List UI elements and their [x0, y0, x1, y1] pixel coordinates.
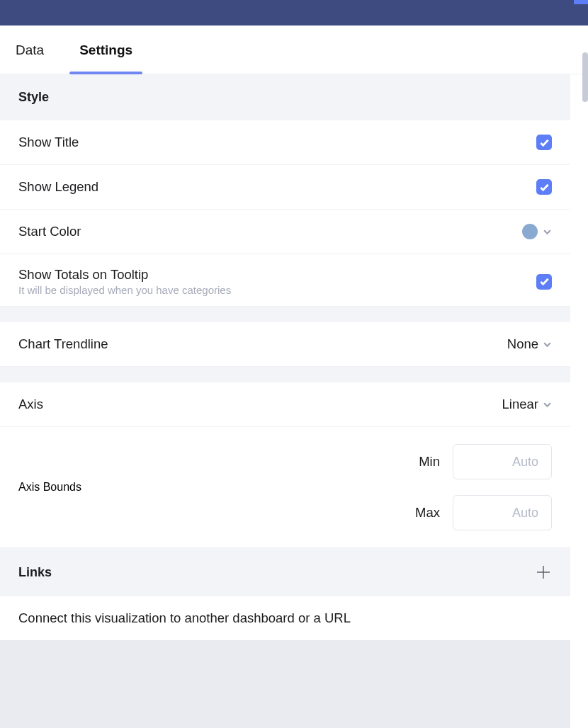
app-top-bar	[0, 0, 588, 25]
input-axis-max[interactable]	[453, 495, 552, 530]
settings-panel: Style Show Title Show Legend Start Color…	[0, 74, 570, 640]
label-max: Max	[415, 505, 440, 521]
sidebar-panel: Data Settings Style Show Title Show Lege…	[0, 25, 588, 728]
row-chart-trendline: Chart Trendline None	[0, 322, 570, 367]
tab-data[interactable]: Data	[16, 25, 44, 74]
check-icon	[539, 137, 550, 148]
label-show-title: Show Title	[18, 135, 79, 150]
label-show-legend: Show Legend	[18, 179, 98, 195]
tabs: Data Settings	[0, 25, 588, 74]
bound-control-max: Max	[415, 495, 552, 530]
tab-settings[interactable]: Settings	[79, 25, 132, 74]
value-chart-trendline: None	[507, 336, 538, 352]
row-show-legend: Show Legend	[0, 165, 570, 210]
subtitle-show-totals: It will be displayed when you have categ…	[18, 284, 231, 296]
row-axis: Axis Linear	[0, 382, 570, 427]
checkbox-show-title[interactable]	[536, 135, 552, 150]
value-axis: Linear	[502, 397, 538, 412]
check-icon	[539, 182, 550, 193]
chevron-down-icon	[543, 227, 552, 237]
section-title-style: Style	[18, 90, 49, 105]
row-axis-bounds: Axis Bounds Min Max	[0, 427, 570, 548]
label-show-totals: Show Totals on Tooltip	[18, 267, 231, 283]
row-start-color: Start Color	[0, 210, 570, 254]
label-start-color: Start Color	[18, 224, 81, 239]
section-gap	[0, 307, 570, 322]
label-axis: Axis	[18, 397, 43, 412]
section-header-links: Links	[0, 548, 570, 596]
dropdown-chart-trendline[interactable]: None	[507, 336, 552, 352]
links-description: Connect this visualization to another da…	[0, 596, 570, 640]
label-chart-trendline: Chart Trendline	[18, 336, 108, 352]
label-axis-bounds: Axis Bounds	[18, 481, 81, 494]
plus-icon[interactable]	[535, 564, 552, 581]
section-header-style: Style	[0, 74, 570, 120]
label-group-show-totals: Show Totals on Tooltip It will be displa…	[18, 267, 231, 296]
dropdown-axis[interactable]: Linear	[502, 397, 552, 412]
color-picker-start-color[interactable]	[522, 224, 552, 239]
text-links-description: Connect this visualization to another da…	[18, 610, 351, 625]
check-icon	[539, 276, 550, 287]
chevron-down-icon	[543, 400, 552, 409]
row-show-title: Show Title	[0, 120, 570, 165]
checkbox-show-totals[interactable]	[536, 274, 552, 290]
section-title-links: Links	[18, 565, 52, 580]
color-swatch	[522, 224, 538, 239]
chevron-down-icon	[543, 340, 552, 349]
row-show-totals: Show Totals on Tooltip It will be displa…	[0, 254, 570, 307]
bound-control-min: Min	[415, 444, 552, 479]
panel-remainder	[0, 640, 570, 728]
top-right-accent	[574, 0, 588, 4]
scrollbar[interactable]	[582, 52, 588, 102]
label-min: Min	[419, 454, 440, 470]
input-axis-min[interactable]	[453, 444, 552, 479]
bounds-controls: Min Max	[415, 444, 552, 530]
checkbox-show-legend[interactable]	[536, 179, 552, 195]
section-gap	[0, 367, 570, 382]
